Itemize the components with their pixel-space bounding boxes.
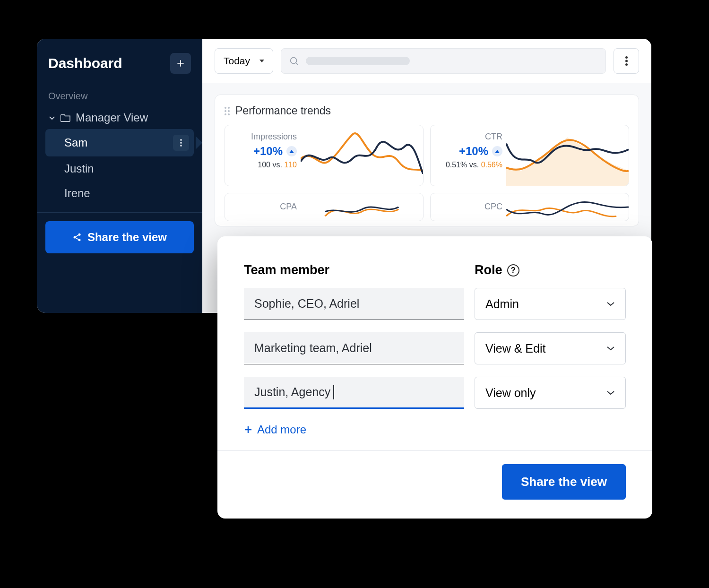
share-row: Marketing team, Adriel View & Edit bbox=[244, 332, 626, 364]
share-row: Justin, Agency View only bbox=[244, 377, 626, 409]
trend-meta: CTR +10% 0.51% vs. 0.56% bbox=[431, 125, 506, 186]
sidebar-header: Dashboard bbox=[45, 53, 194, 82]
sparkline bbox=[506, 193, 629, 221]
sparkline bbox=[506, 125, 629, 186]
metric-delta: +10% bbox=[459, 145, 488, 158]
sidebar-folder-label: Manager View bbox=[76, 111, 148, 124]
svg-point-6 bbox=[73, 236, 76, 239]
date-range-dropdown[interactable]: Today bbox=[215, 48, 273, 74]
svg-point-12 bbox=[625, 63, 628, 66]
help-icon[interactable]: ? bbox=[507, 264, 519, 277]
arrow-up-icon bbox=[492, 146, 502, 156]
metric-name: Impressions bbox=[251, 132, 297, 142]
modal-footer: Share the view bbox=[217, 450, 652, 519]
column-header-role: Role ? bbox=[475, 263, 626, 277]
add-dashboard-button[interactable] bbox=[170, 53, 191, 74]
chevron-down-icon bbox=[606, 346, 615, 351]
sidebar-item-label: Irene bbox=[64, 187, 90, 200]
svg-point-5 bbox=[78, 233, 80, 236]
search-icon bbox=[289, 56, 299, 66]
search-input[interactable] bbox=[281, 48, 606, 74]
sidebar-item-label: Sam bbox=[64, 136, 87, 149]
content: Performance trends Impressions +10% 100 … bbox=[202, 83, 651, 238]
sidebar: Dashboard Overview Manager View Sam Just… bbox=[37, 39, 202, 313]
role-select[interactable]: Admin bbox=[475, 288, 626, 320]
metric-name: CTR bbox=[485, 132, 502, 142]
trends-header: Performance trends bbox=[225, 104, 629, 125]
sparkline bbox=[301, 125, 423, 186]
share-submit-button[interactable]: Share the view bbox=[502, 464, 626, 500]
sidebar-section-overview: Overview bbox=[45, 82, 194, 106]
arrow-up-icon bbox=[286, 146, 297, 156]
trend-grid: Impressions +10% 100 vs. 110 bbox=[225, 125, 629, 221]
metric-name: CPA bbox=[280, 202, 297, 212]
plus-icon bbox=[176, 59, 185, 68]
sparkline bbox=[301, 193, 423, 221]
share-row: Sophie, CEO, Adriel Admin bbox=[244, 288, 626, 320]
toolbar: Today bbox=[202, 39, 651, 83]
kebab-icon bbox=[180, 139, 182, 147]
role-select[interactable]: View only bbox=[475, 377, 626, 409]
svg-point-4 bbox=[180, 145, 182, 147]
sidebar-folder-manager-view[interactable]: Manager View bbox=[45, 106, 194, 129]
plus-icon bbox=[244, 425, 252, 434]
performance-trends-card: Performance trends Impressions +10% 100 … bbox=[215, 95, 639, 226]
role-select[interactable]: View & Edit bbox=[475, 332, 626, 364]
share-icon bbox=[72, 233, 82, 242]
svg-point-7 bbox=[78, 239, 80, 241]
sidebar-item-menu-button[interactable] bbox=[173, 135, 189, 151]
sidebar-item-sam[interactable]: Sam bbox=[45, 129, 194, 156]
toolbar-menu-button[interactable] bbox=[614, 48, 639, 74]
metric-delta: +10% bbox=[253, 145, 283, 158]
share-view-button[interactable]: Share the view bbox=[45, 221, 194, 253]
add-more-button[interactable]: Add more bbox=[244, 421, 626, 450]
svg-point-3 bbox=[180, 142, 182, 144]
metric-name: CPC bbox=[484, 202, 502, 212]
caret-down-icon bbox=[259, 60, 264, 62]
member-input[interactable]: Justin, Agency bbox=[244, 377, 464, 409]
column-header-member: Team member bbox=[244, 263, 475, 277]
sidebar-item-justin[interactable]: Justin bbox=[45, 156, 194, 181]
svg-point-10 bbox=[625, 56, 628, 59]
svg-line-9 bbox=[296, 63, 298, 65]
trend-card-cpc[interactable]: CPC bbox=[430, 193, 629, 221]
svg-point-2 bbox=[180, 139, 182, 141]
kebab-icon bbox=[625, 56, 628, 66]
share-view-label: Share the view bbox=[87, 231, 167, 244]
chevron-down-icon bbox=[48, 114, 56, 121]
metric-compare: 100 vs. 110 bbox=[258, 161, 297, 169]
share-view-modal: Team member Role ? Sophie, CEO, Adriel A… bbox=[217, 236, 652, 519]
trend-meta: CPA bbox=[225, 193, 301, 221]
drag-handle-icon[interactable] bbox=[225, 107, 230, 115]
metric-compare: 0.51% vs. 0.56% bbox=[446, 161, 502, 169]
sidebar-title: Dashboard bbox=[48, 55, 122, 71]
member-input[interactable]: Sophie, CEO, Adriel bbox=[244, 288, 464, 320]
date-range-label: Today bbox=[224, 55, 250, 67]
folder-icon bbox=[61, 113, 71, 122]
svg-point-8 bbox=[291, 58, 297, 64]
trend-card-ctr[interactable]: CTR +10% 0.51% vs. 0.56% bbox=[430, 125, 629, 186]
sidebar-item-irene[interactable]: Irene bbox=[45, 181, 194, 206]
svg-point-11 bbox=[625, 60, 628, 62]
search-placeholder-bar bbox=[306, 57, 410, 65]
modal-header: Team member Role ? bbox=[244, 263, 626, 288]
member-input[interactable]: Marketing team, Adriel bbox=[244, 332, 464, 364]
trends-title: Performance trends bbox=[235, 104, 331, 117]
trend-card-cpa[interactable]: CPA bbox=[225, 193, 424, 221]
sidebar-item-label: Justin bbox=[64, 162, 94, 175]
trend-meta: Impressions +10% 100 vs. 110 bbox=[225, 125, 301, 186]
trend-meta: CPC bbox=[431, 193, 506, 221]
trend-card-impressions[interactable]: Impressions +10% 100 vs. 110 bbox=[225, 125, 424, 186]
divider bbox=[37, 212, 202, 213]
text-cursor bbox=[333, 385, 334, 399]
chevron-down-icon bbox=[606, 390, 615, 395]
chevron-down-icon bbox=[606, 302, 615, 306]
